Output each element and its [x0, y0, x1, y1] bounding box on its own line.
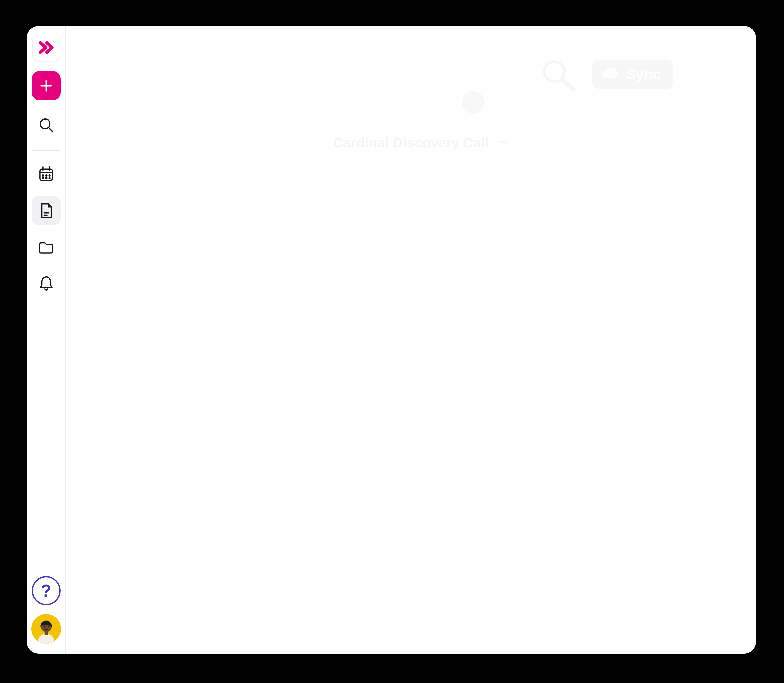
bell-icon: [37, 275, 55, 293]
folder-icon: [37, 238, 55, 256]
new-button[interactable]: [32, 71, 61, 100]
svg-point-16: [505, 141, 507, 143]
help-label: ?: [41, 581, 51, 601]
avatar-icon: [32, 615, 61, 644]
calendar-icon: [37, 165, 55, 183]
svg-point-10: [43, 625, 45, 627]
title-menu-button[interactable]: [496, 136, 509, 150]
svg-rect-12: [44, 631, 48, 635]
sync-button[interactable]: Sync: [592, 60, 673, 89]
sidebar-divider: [32, 150, 61, 151]
svg-point-15: [502, 141, 503, 143]
plus-icon: [38, 78, 54, 93]
cloud-icon: [601, 66, 619, 83]
calendar-button[interactable]: [32, 159, 61, 189]
app-logo[interactable]: [32, 34, 60, 61]
document-title: Cardinal Discovery Call: [333, 135, 489, 151]
search-illustration-icon: [540, 58, 580, 91]
search-icon: [37, 116, 55, 134]
svg-point-14: [499, 141, 500, 143]
header-actions: Sync: [540, 58, 673, 91]
more-icon: [496, 136, 509, 149]
sidebar: ?: [27, 26, 66, 654]
app-window: ?: [27, 26, 756, 654]
document-divider: [169, 167, 673, 168]
svg-point-3: [45, 175, 47, 176]
participant-tile[interactable]: [457, 87, 489, 118]
user-avatar[interactable]: [31, 614, 61, 644]
search-button[interactable]: [32, 110, 61, 139]
note-icon: [37, 202, 55, 220]
document-header: Cardinal Discovery Call: [169, 129, 673, 168]
svg-point-11: [48, 625, 49, 627]
svg-point-6: [45, 177, 47, 179]
svg-point-2: [42, 175, 43, 176]
chevrons-icon: [37, 39, 55, 56]
svg-point-5: [42, 177, 43, 179]
notes-button[interactable]: [32, 196, 61, 225]
alerts-button[interactable]: [32, 269, 61, 298]
svg-point-7: [49, 177, 50, 179]
avatar-dot-icon: [462, 91, 485, 114]
document-title-row[interactable]: Cardinal Discovery Call: [318, 129, 524, 157]
help-button[interactable]: ?: [32, 576, 61, 605]
svg-point-4: [49, 175, 50, 176]
main-area: Sync Cardinal Discovery Call: [66, 26, 756, 654]
sync-label: Sync: [626, 66, 661, 83]
folders-button[interactable]: [32, 232, 61, 262]
